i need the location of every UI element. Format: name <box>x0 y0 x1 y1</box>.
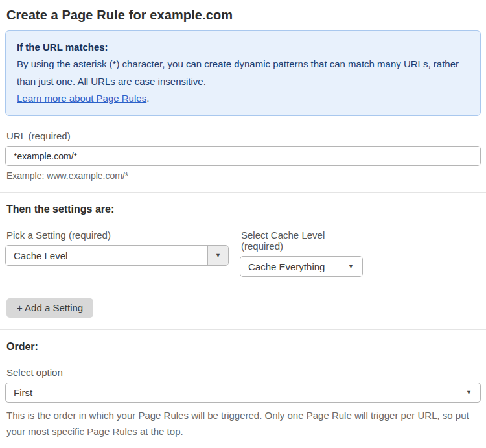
page-title: Create a Page Rule for example.com <box>6 8 480 23</box>
setting-picker-column: Pick a Setting (required) Cache Level ▼ <box>5 215 240 277</box>
order-help-text: This is the order in which your Page Rul… <box>6 408 473 440</box>
order-select-label: Select option <box>6 367 480 378</box>
url-match-info-box: If the URL matches: By using the asteris… <box>5 30 481 116</box>
setting-select-value: Cache Level <box>6 250 207 261</box>
info-box-link-line: Learn more about Page Rules. <box>17 90 469 107</box>
cache-level-column: Select Cache Level (required) Cache Ever… <box>240 215 366 277</box>
divider <box>0 192 486 193</box>
settings-row: Pick a Setting (required) Cache Level ▼ … <box>5 215 481 277</box>
chevron-down-icon: ▼ <box>215 253 221 259</box>
cache-level-select[interactable]: Cache Everything ▼ <box>240 256 363 277</box>
setting-select[interactable]: Cache Level ▼ <box>5 245 229 266</box>
chevron-down-icon: ▼ <box>466 390 480 395</box>
link-suffix: . <box>146 93 149 104</box>
chevron-down-icon: ▼ <box>348 264 362 270</box>
url-field-hint: Example: www.example.com/* <box>6 171 480 181</box>
order-heading: Order: <box>6 341 480 353</box>
info-box-heading: If the URL matches: <box>17 39 469 56</box>
cache-level-select-label: Select Cache Level (required) <box>241 230 360 252</box>
divider <box>0 329 486 330</box>
order-select[interactable]: First ▼ <box>5 383 481 403</box>
settings-heading: Then the settings are: <box>6 204 480 215</box>
add-setting-button[interactable]: + Add a Setting <box>6 298 93 318</box>
url-field-label: URL (required) <box>6 130 480 141</box>
order-select-value: First <box>6 387 466 398</box>
page-rule-form: Create a Page Rule for example.com If th… <box>0 8 486 448</box>
learn-more-link[interactable]: Learn more about Page Rules <box>17 93 146 104</box>
setting-select-arrow-button[interactable]: ▼ <box>207 246 228 265</box>
url-input[interactable] <box>5 146 481 166</box>
cache-level-select-value: Cache Everything <box>240 261 348 272</box>
setting-select-label: Pick a Setting (required) <box>6 230 233 241</box>
info-box-body: By using the asterisk (*) character, you… <box>17 56 469 90</box>
